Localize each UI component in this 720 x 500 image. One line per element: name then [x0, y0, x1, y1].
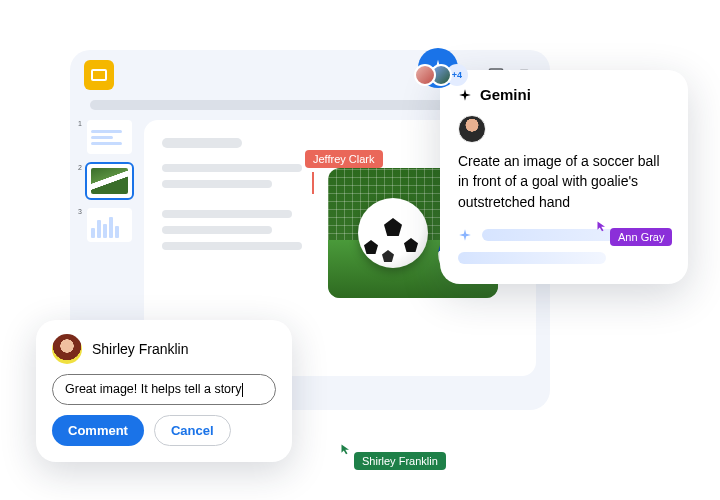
- text-placeholder: [162, 210, 292, 218]
- comment-submit-button[interactable]: Comment: [52, 415, 144, 446]
- avatar: [458, 115, 486, 143]
- collaborator-tag-jeffrey: Jeffrey Clark: [305, 150, 383, 168]
- comment-author: Shirley Franklin: [92, 341, 188, 357]
- sparkle-icon: [458, 228, 472, 242]
- text-placeholder: [162, 164, 302, 172]
- collaborator-label: Jeffrey Clark: [313, 153, 375, 165]
- collaborator-caret: [312, 172, 314, 194]
- cursor-icon: [596, 220, 608, 232]
- thumb-number: 2: [78, 164, 83, 171]
- slides-logo-icon: [84, 60, 114, 90]
- collaborator-tag-shirley: Shirley Franklin: [354, 452, 446, 470]
- toolbar-placeholder: [90, 100, 470, 110]
- gemini-title: Gemini: [480, 86, 531, 103]
- comment-input[interactable]: Great image! It helps tell a story: [52, 374, 276, 405]
- sparkle-icon: [458, 88, 472, 102]
- collaborator-label: Ann Gray: [618, 231, 664, 243]
- comment-popup: Shirley Franklin Great image! It helps t…: [36, 320, 292, 462]
- text-placeholder: [162, 226, 272, 234]
- gemini-prompt-text: Create an image of a soccer ball in fron…: [458, 151, 670, 212]
- avatar[interactable]: [414, 64, 436, 86]
- slide-thumbnail[interactable]: [87, 120, 132, 154]
- generating-placeholder: [458, 252, 606, 264]
- text-placeholder: [162, 138, 242, 148]
- collaborator-tag-ann: Ann Gray: [610, 228, 672, 246]
- slide-thumbnail[interactable]: [87, 208, 132, 242]
- slide-thumbnail[interactable]: [87, 164, 132, 198]
- thumb-number: 3: [78, 208, 83, 215]
- gemini-panel: Gemini Create an image of a soccer ball …: [440, 70, 688, 284]
- comment-cancel-button[interactable]: Cancel: [154, 415, 231, 446]
- comment-input-text: Great image! It helps tell a story: [65, 382, 241, 396]
- cursor-icon: [340, 443, 352, 455]
- text-placeholder: [162, 180, 272, 188]
- text-placeholder: [162, 242, 302, 250]
- thumb-image-icon: [91, 168, 128, 194]
- collaborator-avatars: +4: [420, 64, 468, 86]
- avatar: [52, 334, 82, 364]
- thumb-number: 1: [78, 120, 83, 127]
- collaborator-label: Shirley Franklin: [362, 455, 438, 467]
